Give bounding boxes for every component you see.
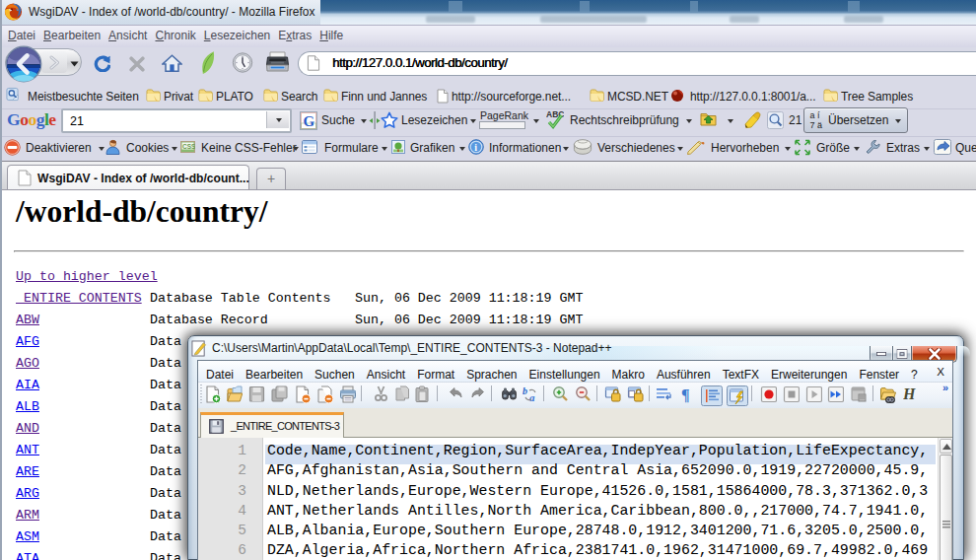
svg-text:CSS: CSS bbox=[182, 143, 195, 150]
svg-text:a: a bbox=[529, 391, 535, 403]
svg-text:b: b bbox=[523, 385, 527, 396]
svg-text:¶: ¶ bbox=[681, 386, 690, 403]
svg-text:H: H bbox=[903, 385, 916, 402]
svg-text:i: i bbox=[474, 142, 477, 153]
svg-text:G: G bbox=[304, 113, 315, 129]
svg-text:a í: a í bbox=[810, 110, 821, 120]
svg-text:7 ä: 7 ä bbox=[810, 120, 823, 130]
